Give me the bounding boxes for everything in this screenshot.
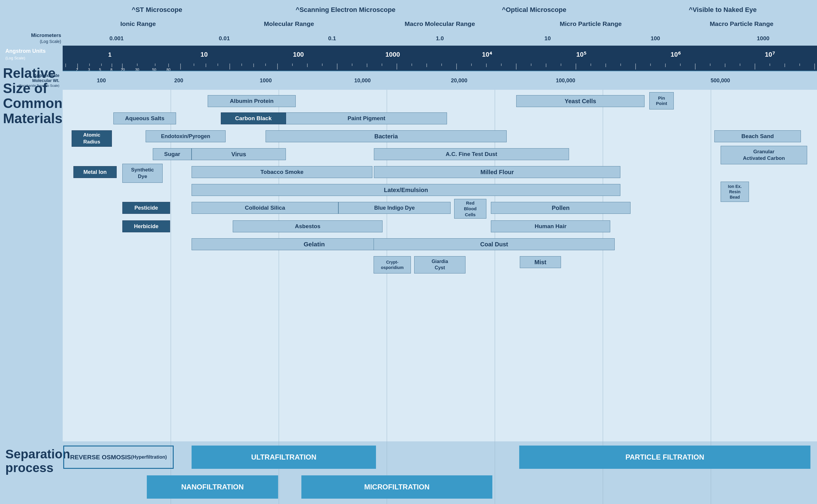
micrometers-label: Micrometers(Log Scale) — [3, 33, 61, 45]
right-area: ^ST Microscope ^Scanning Electron Micros… — [63, 0, 817, 504]
svg-text:3: 3 — [88, 68, 90, 71]
separation-label: Separationprocess — [3, 447, 61, 475]
sep-reverseosmosis: REVERSE OSMOSIS(Hyperfiltration) — [63, 446, 174, 469]
mat-atomicradius: AtomicRadius — [72, 130, 112, 147]
mat-pinpoint: PinPoint — [649, 92, 674, 109]
mat-crypto: Crypt-osporidium — [373, 256, 411, 273]
mw-200: 200 — [140, 78, 217, 84]
range-microparticle: Micro Particle Range — [515, 20, 666, 27]
sep-particlefiltration: PARTICLE FILTRATION — [519, 446, 810, 469]
mat-bacteria: Bacteria — [265, 130, 507, 142]
svg-text:80: 80 — [166, 68, 171, 71]
svg-text:20: 20 — [121, 68, 125, 71]
mat-redbloodcells: RedBloodCells — [454, 199, 487, 219]
content-area: Albumin Protein Yeast Cells PinPoint Aqu… — [63, 90, 817, 441]
mat-sugar: Sugar — [153, 148, 191, 160]
sep-ultrafiltration: ULTRAFILTRATION — [191, 446, 376, 469]
tick-row: 2 3 5 8 20 30 50 80 — [63, 64, 817, 71]
vline-6 — [711, 90, 711, 441]
sep-nanofiltration: NANOFILTRATION — [147, 475, 278, 499]
mat-tobaccosmoke: Tobacco Smoke — [191, 166, 372, 178]
micrometers-row: Micrometers(Log Scale) 0.001 0.01 0.1 1.… — [63, 31, 817, 46]
ang-100: 100 — [251, 51, 345, 58]
mat-aqueous: Aqueous Salts — [113, 112, 176, 124]
mat-latexemulsion: Latex/Emulsion — [191, 184, 620, 196]
separation-area: Separationprocess REVERSE OSMOSIS(Hyperf… — [63, 441, 817, 504]
mat-yeast: Yeast Cells — [516, 95, 645, 107]
micro-val-001: 0.01 — [170, 35, 278, 42]
ang-1000: 1000 — [345, 51, 440, 58]
molwt-scale: 100 200 1000 10,000 20,000 100,000 500,0… — [63, 78, 817, 84]
angstrom-row: Angstrom Units(Log Scale) 1 10 100 1000 … — [63, 46, 817, 64]
microscope-row: ^ST Microscope ^Scanning Electron Micros… — [63, 0, 817, 16]
mat-herbicide: Herbicide — [122, 220, 170, 232]
mat-metalion: Metal Ion — [73, 166, 117, 178]
vline-1 — [171, 90, 171, 441]
micrometers-scale: 0.001 0.01 0.1 1.0 10 100 1000 — [63, 35, 817, 42]
molwt-row: ApproximateMolecular Wt.(Saccharide Type… — [63, 71, 817, 90]
main-container: RelativeSize ofCommonMaterials ^ST Micro… — [0, 0, 817, 504]
ang-10: 10 — [157, 51, 251, 58]
microscope-ast: ^ST Microscope — [63, 6, 251, 14]
sep-microfiltration: MICROFILTRATION — [301, 475, 492, 499]
mat-mist: Mist — [520, 256, 561, 268]
microscope-optical: ^Optical Microscope — [440, 6, 628, 14]
mat-humanhair: Human Hair — [491, 220, 610, 232]
mat-blueindigodye: Blue Indigo Dye — [338, 202, 451, 214]
mw-100000: 100,000 — [508, 78, 624, 84]
mat-syntheticdye: SyntheticDye — [122, 164, 163, 183]
range-macromolecular: Macro Molecular Range — [364, 20, 515, 27]
mat-milledflour: Milled Flour — [374, 166, 620, 178]
micro-val-1: 1.0 — [386, 35, 494, 42]
mat-paintpigment: Paint Pigment — [286, 112, 447, 124]
range-molecular: Molecular Range — [214, 20, 364, 27]
ang-10k: 10⁴ — [440, 51, 534, 58]
mat-asbestos: Asbestos — [233, 220, 382, 232]
range-macroparticle: Macro Particle Range — [666, 20, 817, 27]
mat-pollen: Pollen — [491, 202, 631, 214]
micro-val-1000: 1000 — [709, 35, 817, 42]
micro-val-100: 100 — [602, 35, 709, 42]
mat-colloidal: Colloidal Silica — [191, 202, 338, 214]
mw-10000: 10,000 — [314, 78, 411, 84]
mat-ionexresin: Ion Ex.ResinBead — [721, 182, 749, 202]
svg-text:2: 2 — [76, 68, 78, 71]
mat-virus: Virus — [191, 148, 286, 160]
micro-val-10: 10 — [494, 35, 602, 42]
mw-1000: 1000 — [217, 78, 314, 84]
ang-100k: 10⁵ — [534, 51, 628, 58]
svg-text:50: 50 — [152, 68, 156, 71]
svg-text:8: 8 — [110, 68, 112, 71]
range-row: Ionic Range Molecular Range Macro Molecu… — [63, 16, 817, 31]
micro-val-0001: 0.001 — [63, 35, 170, 42]
vline-2 — [279, 90, 279, 441]
micro-val-01: 0.1 — [278, 35, 386, 42]
mat-pesticide: Pesticide — [122, 202, 170, 214]
mat-endotoxin: Endotoxin/Pyrogen — [146, 130, 225, 142]
mat-albumin: Albumin Protein — [208, 95, 296, 107]
microscope-naked: ^Visible to Naked Eye — [628, 6, 817, 14]
angstrom-label: Angstrom Units(Log Scale) — [3, 48, 61, 61]
svg-text:30: 30 — [135, 68, 139, 71]
mat-carbonblack: Carbon Black — [221, 112, 286, 124]
microscope-sem: ^Scanning Electron Microscope — [251, 6, 440, 14]
svg-text:5: 5 — [99, 68, 101, 71]
mat-coaldust: Coal Dust — [373, 238, 615, 250]
mw-20000: 20,000 — [411, 78, 508, 84]
mat-giardia: GiardiaCyst — [414, 256, 466, 273]
mat-acfinedust: A.C. Fine Test Dust — [374, 148, 569, 160]
angstrom-scale: 1 10 100 1000 10⁴ 10⁵ 10⁶ 10⁷ — [63, 51, 817, 58]
ang-1m: 10⁶ — [628, 51, 723, 58]
range-ionic: Ionic Range — [63, 20, 214, 27]
mat-beachsand: Beach Sand — [714, 130, 801, 142]
mw-500000: 500,000 — [624, 78, 817, 84]
molwt-label: ApproximateMolecular Wt.(Saccharide Type… — [3, 73, 61, 88]
ang-10m: 10⁷ — [723, 51, 817, 58]
mat-granular: GranularActivated Carbon — [721, 146, 807, 164]
ang-1: 1 — [63, 51, 157, 58]
mw-100: 100 — [63, 78, 140, 84]
